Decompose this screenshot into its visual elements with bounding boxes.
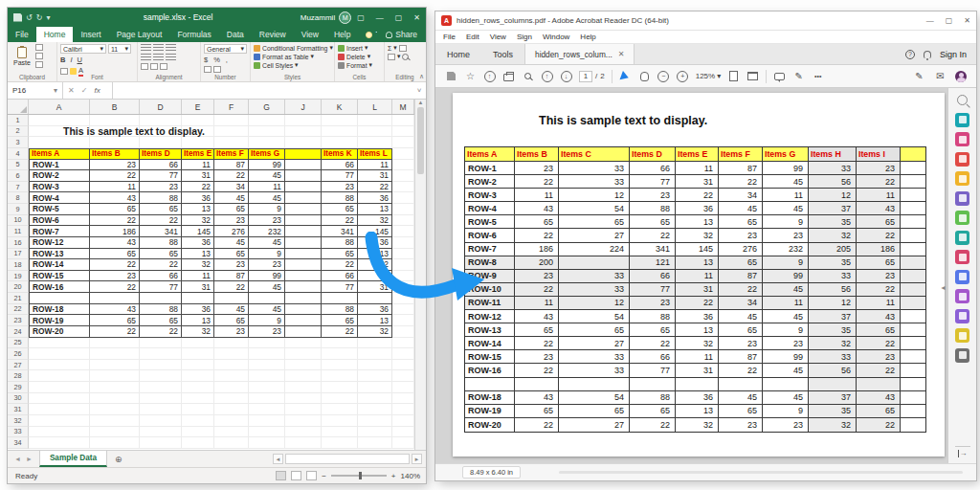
zoom-in-icon[interactable]: + [677, 70, 689, 83]
format-painter-icon[interactable] [35, 61, 43, 68]
row-label-cell[interactable]: ROW-6 [29, 215, 90, 227]
data-cell[interactable]: 36 [182, 237, 214, 249]
font-name-select[interactable]: Calibri▾ [60, 44, 106, 54]
pdf-horizontal-scrollbar[interactable] [559, 471, 963, 474]
data-cell[interactable]: 32 [358, 215, 392, 227]
row-label-cell[interactable]: ROW-7 [29, 226, 90, 237]
document-tab[interactable]: hidden_rows_colum... ✕ [524, 44, 635, 64]
grid-cell[interactable] [322, 427, 358, 438]
align-left-icon[interactable] [141, 54, 151, 61]
grid-cell[interactable] [249, 126, 285, 138]
data-cell[interactable]: 22 [214, 170, 249, 182]
grid-cell[interactable] [29, 382, 90, 393]
data-cell[interactable]: 11 [182, 271, 214, 282]
zoom-level-select[interactable]: 125%▾ [696, 72, 721, 80]
organize-pages-tool[interactable] [955, 211, 969, 225]
protect-tool[interactable] [955, 270, 969, 284]
grid-cell[interactable] [392, 338, 414, 349]
grid-cell[interactable] [29, 115, 90, 126]
indent-icon[interactable] [141, 63, 148, 70]
ribbon-button-cell-styles[interactable]: Cell Styles▾ [254, 61, 331, 69]
grid-cell[interactable] [358, 137, 392, 148]
row-number-6[interactable]: 6 [8, 170, 29, 182]
data-cell[interactable]: 22 [140, 326, 182, 338]
row-number-11[interactable]: 11 [8, 226, 29, 237]
data-cell[interactable]: 341 [140, 226, 182, 237]
merge-center-icon[interactable] [160, 63, 167, 70]
grid-cell[interactable] [29, 427, 90, 438]
data-cell[interactable]: 45 [249, 170, 285, 182]
row-number-28[interactable]: 28 [8, 370, 29, 382]
fill-icon[interactable] [399, 45, 407, 52]
column-header-k[interactable]: K [322, 100, 358, 114]
data-cell[interactable]: 43 [90, 304, 140, 316]
data-cell[interactable]: 34 [214, 182, 249, 193]
grid-cell[interactable] [249, 115, 285, 126]
formula-input[interactable] [113, 82, 412, 99]
data-cell[interactable]: 32 [182, 259, 214, 271]
current-page-input[interactable]: 1 [579, 71, 592, 82]
data-cell[interactable]: 32 [182, 215, 214, 227]
data-cell[interactable]: 65 [90, 315, 140, 326]
column-header-l[interactable]: L [358, 100, 392, 114]
data-cell[interactable] [285, 160, 322, 171]
row-label-cell[interactable]: ROW-4 [29, 192, 90, 204]
notifications-bell-icon[interactable] [924, 51, 931, 58]
grid-cell[interactable] [392, 348, 414, 360]
row-number-21[interactable]: 21 [8, 293, 29, 304]
data-cell[interactable]: 65 [90, 204, 140, 215]
menu-window[interactable]: Window [543, 33, 569, 41]
menu-edit[interactable]: Edit [466, 33, 479, 41]
row-number-30[interactable]: 30 [8, 393, 29, 405]
grid-cell[interactable] [140, 427, 182, 438]
grid-cell[interactable] [392, 215, 414, 227]
data-cell[interactable] [285, 170, 322, 182]
grid-cell[interactable] [182, 382, 214, 393]
qat-dropdown-icon[interactable]: ▾ [46, 13, 50, 22]
ribbon-display-icon[interactable]: ▢ [351, 13, 370, 22]
grid-cell[interactable] [322, 393, 358, 405]
grid-cell[interactable] [322, 348, 358, 360]
grid-cell[interactable] [392, 360, 414, 371]
row-number-27[interactable]: 27 [8, 360, 29, 371]
data-cell[interactable] [322, 293, 358, 304]
grid-cell[interactable] [285, 393, 322, 405]
data-cell[interactable] [285, 304, 322, 316]
grid-cell[interactable] [214, 404, 249, 415]
column-header-g[interactable]: G [249, 100, 285, 114]
row-number-17[interactable]: 17 [8, 249, 29, 260]
data-cell[interactable]: 87 [214, 160, 249, 171]
data-cell[interactable]: 22 [322, 326, 358, 338]
expand-formula-bar-icon[interactable]: ˅ [412, 82, 426, 99]
grid-cell[interactable] [90, 137, 140, 148]
data-cell[interactable]: 88 [322, 192, 358, 204]
combine-files-tool[interactable] [955, 191, 969, 206]
cancel-icon[interactable]: ✕ [68, 86, 75, 95]
data-cell[interactable]: 23 [90, 160, 140, 171]
grid-cell[interactable] [249, 404, 285, 415]
table-header-cell[interactable]: Items D [140, 148, 182, 160]
grid-cell[interactable] [214, 115, 249, 126]
grid-cell[interactable] [249, 415, 285, 427]
menu-help[interactable]: Help [580, 33, 595, 41]
data-cell[interactable]: 65 [214, 315, 249, 326]
grid-cell[interactable] [392, 427, 414, 438]
row-number-25[interactable]: 25 [8, 338, 29, 349]
data-cell[interactable]: 32 [182, 326, 214, 338]
data-cell[interactable]: 45 [249, 304, 285, 316]
grid-cell[interactable] [285, 437, 322, 449]
grid-cell[interactable] [182, 427, 214, 438]
row-number-8[interactable]: 8 [8, 192, 29, 204]
grid-cell[interactable] [358, 370, 392, 382]
grid-cell[interactable] [182, 348, 214, 360]
tab-file[interactable]: File [8, 27, 36, 42]
redo-icon[interactable]: ↻ [36, 13, 43, 22]
row-number-4[interactable]: 4 [8, 148, 29, 160]
data-cell[interactable] [285, 326, 322, 338]
data-cell[interactable] [285, 182, 322, 193]
data-cell[interactable]: 65 [214, 249, 249, 260]
data-cell[interactable]: 31 [182, 281, 214, 293]
profile-avatar-icon[interactable] [955, 71, 967, 82]
data-cell[interactable]: 22 [90, 259, 140, 271]
data-cell[interactable]: 66 [322, 160, 358, 171]
